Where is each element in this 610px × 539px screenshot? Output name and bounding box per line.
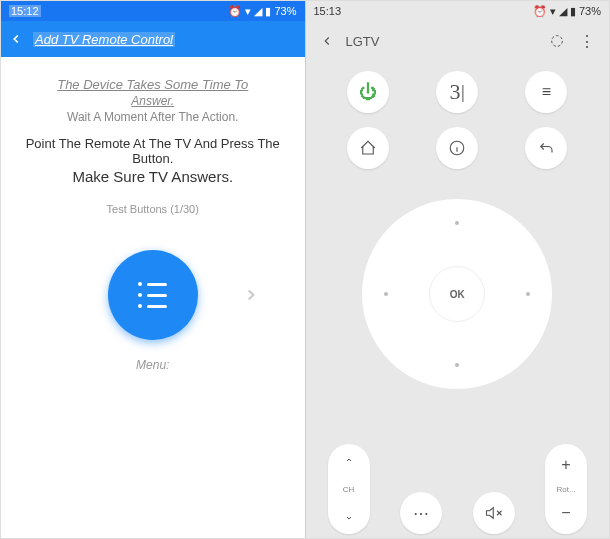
status-icons: ⏰ ▾ ◢ ▮ 73%: [228, 5, 296, 18]
hamburger-icon: ≡: [542, 83, 551, 101]
button-label: Menu:: [11, 358, 295, 372]
dpad-left[interactable]: [384, 292, 388, 296]
mute-button[interactable]: [473, 492, 515, 534]
battery-icon: ▮: [570, 5, 576, 18]
battery-percent: 73%: [579, 5, 601, 17]
channel-label: CH: [343, 485, 355, 494]
app-bar-title: LGTV: [346, 34, 550, 49]
home-button[interactable]: [347, 127, 389, 169]
app-bar-title: Add TV Remote Control: [33, 32, 175, 47]
volume-label: Rot...: [556, 485, 575, 494]
dpad-right[interactable]: [526, 292, 530, 296]
battery-icon: ▮: [265, 5, 271, 18]
dots-icon: ⋯: [413, 504, 429, 523]
power-icon: ⏻: [359, 82, 377, 103]
number-display-button[interactable]: 3|: [436, 71, 478, 113]
alarm-icon: ⏰: [533, 5, 547, 18]
signal-icon: ◢: [254, 5, 262, 18]
app-bar: Add TV Remote Control: [1, 21, 305, 57]
back-button[interactable]: [525, 127, 567, 169]
test-button[interactable]: [108, 250, 198, 340]
dpad-up[interactable]: [455, 221, 459, 225]
number-value: 3: [449, 79, 460, 105]
instruction-line-1: The Device Takes Some Time To: [11, 77, 295, 92]
status-bar: 15:13 ⏰ ▾ ◢ ▮ 73%: [306, 1, 610, 21]
instruction-line-4: Point The Remote At The TV And Press The…: [11, 136, 295, 166]
volume-down[interactable]: −: [561, 504, 570, 522]
status-icons: ⏰ ▾ ◢ ▮ 73%: [533, 5, 601, 18]
mute-icon: [485, 504, 503, 522]
test-counter: Test Buttons (1/30): [11, 203, 295, 215]
info-button[interactable]: [436, 127, 478, 169]
svg-point-0: [552, 36, 563, 47]
rotate-icon[interactable]: [549, 33, 565, 49]
back-icon[interactable]: [9, 32, 23, 46]
instruction-line-2: Answer.: [11, 94, 295, 108]
wifi-icon: ▾: [245, 5, 251, 18]
volume-rocker: + Rot... −: [545, 444, 587, 534]
return-icon: [537, 139, 555, 157]
power-button[interactable]: ⏻: [347, 71, 389, 113]
more-icon[interactable]: ⋮: [579, 32, 595, 51]
back-icon[interactable]: [320, 34, 334, 48]
channel-up[interactable]: [343, 456, 355, 464]
volume-up[interactable]: +: [561, 456, 570, 474]
app-bar: LGTV ⋮: [306, 21, 610, 61]
home-icon: [359, 139, 377, 157]
channel-rocker: CH: [328, 444, 370, 534]
menu-icon: [138, 282, 167, 308]
battery-percent: 73%: [274, 5, 296, 17]
status-time: 15:13: [314, 5, 342, 17]
ok-button[interactable]: OK: [429, 266, 485, 322]
instruction-line-3: Wait A Moment After The Action.: [11, 110, 295, 124]
wifi-icon: ▾: [550, 5, 556, 18]
alarm-icon: ⏰: [228, 5, 242, 18]
more-button[interactable]: ⋯: [400, 492, 442, 534]
direction-pad: OK: [362, 199, 552, 389]
channel-down[interactable]: [343, 514, 355, 522]
signal-icon: ◢: [559, 5, 567, 18]
menu-button[interactable]: ≡: [525, 71, 567, 113]
status-time: 15:12: [9, 5, 41, 17]
next-icon[interactable]: [242, 280, 260, 310]
info-icon: [448, 139, 466, 157]
status-bar: 15:12 ⏰ ▾ ◢ ▮ 73%: [1, 1, 305, 21]
dpad-down[interactable]: [455, 363, 459, 367]
instruction-line-5: Make Sure TV Answers.: [11, 168, 295, 185]
